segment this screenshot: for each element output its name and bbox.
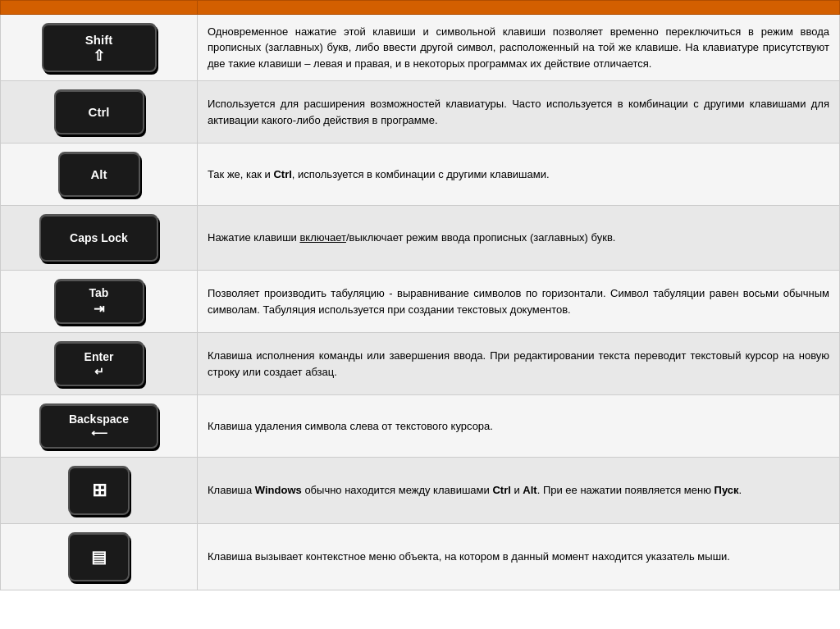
key-cell: Alt xyxy=(1,144,198,206)
key-win: ⊞ xyxy=(68,466,130,515)
key-cell: ▤ xyxy=(1,524,198,590)
table-row: CtrlИспользуется для расширения возможно… xyxy=(1,81,840,144)
key-cell: Ctrl xyxy=(1,81,198,144)
key-shift: Shift ⇧ xyxy=(42,23,157,72)
description-cell: Используется для расширения возможностей… xyxy=(198,81,840,144)
description-cell: Так же, как и Ctrl, используется в комби… xyxy=(198,144,840,206)
description-cell: Клавиша исполнения команды или завершени… xyxy=(198,333,840,395)
table-row: Tab ⇥ Позволяет производить табуляцию - … xyxy=(1,271,840,333)
key-cell: Caps Lock xyxy=(1,206,198,271)
key-cell: Backspace ⟵ xyxy=(1,395,198,458)
table-row: Shift ⇧ Одновременное нажатие этой клави… xyxy=(1,15,840,81)
key-backspace: Backspace ⟵ xyxy=(39,403,158,449)
table-row: ⊞ Клавиша Windows обычно находится между… xyxy=(1,458,840,524)
key-tab: Tab ⇥ xyxy=(54,279,144,324)
table-row: Enter ↵ Клавиша исполнения команды или з… xyxy=(1,333,840,395)
description-cell: Позволяет производить табуляцию - выравн… xyxy=(198,271,840,333)
header-action-col xyxy=(198,1,840,15)
key-cell: ⊞ xyxy=(1,458,198,524)
key-ctrl: Ctrl xyxy=(54,89,144,134)
description-cell: Клавиша вызывает контекстное меню объект… xyxy=(198,524,840,590)
header-key-col xyxy=(1,1,198,15)
key-menu: ▤ xyxy=(68,532,130,581)
key-alt: Alt xyxy=(58,152,140,197)
key-cell: Enter ↵ xyxy=(1,333,198,395)
key-cell: Tab ⇥ xyxy=(1,271,198,333)
key-caps: Caps Lock xyxy=(39,214,158,262)
table-row: ▤ Клавиша вызывает контекстное меню объе… xyxy=(1,524,840,590)
table-row: AltТак же, как и Ctrl, используется в ко… xyxy=(1,144,840,206)
description-cell: Нажатие клавиши включает/выключает режим… xyxy=(198,206,840,271)
description-cell: Клавиша удаления символа слева от тексто… xyxy=(198,395,840,458)
table-row: Caps LockНажатие клавиши включает/выключ… xyxy=(1,206,840,271)
description-cell: Одновременное нажатие этой клавиши и сим… xyxy=(198,15,840,81)
description-cell: Клавиша Windows обычно находится между к… xyxy=(198,458,840,524)
table-row: Backspace ⟵ Клавиша удаления символа сле… xyxy=(1,395,840,458)
key-cell: Shift ⇧ xyxy=(1,15,198,81)
key-enter: Enter ↵ xyxy=(54,341,144,386)
